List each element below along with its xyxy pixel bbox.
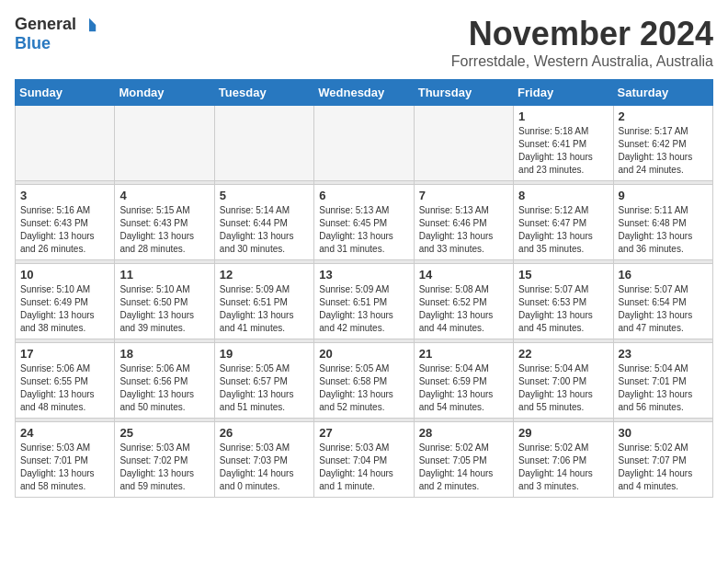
day-number: 13 [319,268,408,282]
day-info: Sunrise: 5:03 AM Sunset: 7:02 PM Dayligh… [119,442,209,493]
calendar-cell: 7Sunrise: 5:13 AM Sunset: 6:46 PM Daylig… [414,185,513,260]
day-number: 2 [619,109,708,123]
day-info: Sunrise: 5:03 AM Sunset: 7:03 PM Dayligh… [220,442,309,493]
calendar-dow-thursday: Thursday [414,80,513,106]
calendar-cell: 24Sunrise: 5:03 AM Sunset: 7:01 PM Dayli… [16,422,115,498]
calendar-dow-tuesday: Tuesday [214,80,313,106]
calendar-dow-monday: Monday [115,80,214,106]
logo-text: General [15,15,97,34]
calendar-dow-sunday: Sunday [16,80,115,106]
logo-blue: Blue [15,34,51,52]
day-info: Sunrise: 5:09 AM Sunset: 6:51 PM Dayligh… [319,283,408,335]
calendar-cell [414,106,513,181]
day-number: 22 [518,347,608,361]
calendar-cell: 11Sunrise: 5:10 AM Sunset: 6:50 PM Dayli… [115,264,214,339]
day-info: Sunrise: 5:10 AM Sunset: 6:49 PM Dayligh… [20,283,109,335]
day-info: Sunrise: 5:11 AM Sunset: 6:48 PM Dayligh… [619,204,708,256]
day-number: 3 [20,189,109,202]
day-number: 25 [119,426,209,440]
day-number: 7 [419,189,508,202]
day-info: Sunrise: 5:04 AM Sunset: 7:01 PM Dayligh… [619,362,708,414]
day-number: 15 [518,268,608,282]
day-number: 20 [319,347,408,361]
location: Forrestdale, Western Australia, Australi… [451,53,713,70]
day-info: Sunrise: 5:13 AM Sunset: 6:45 PM Dayligh… [319,204,408,256]
day-info: Sunrise: 5:17 AM Sunset: 6:42 PM Dayligh… [619,125,708,177]
day-number: 24 [20,426,109,440]
day-info: Sunrise: 5:02 AM Sunset: 7:07 PM Dayligh… [619,442,708,493]
day-info: Sunrise: 5:15 AM Sunset: 6:43 PM Dayligh… [119,204,209,256]
calendar-cell: 27Sunrise: 5:03 AM Sunset: 7:04 PM Dayli… [314,422,414,498]
day-info: Sunrise: 5:05 AM Sunset: 6:57 PM Dayligh… [220,362,309,414]
calendar-week-row: 10Sunrise: 5:10 AM Sunset: 6:49 PM Dayli… [16,264,713,339]
calendar-dow-wednesday: Wednesday [314,80,414,106]
day-number: 10 [20,268,109,282]
day-info: Sunrise: 5:14 AM Sunset: 6:44 PM Dayligh… [220,204,309,256]
calendar-cell: 16Sunrise: 5:07 AM Sunset: 6:54 PM Dayli… [613,264,712,339]
day-number: 26 [220,426,309,440]
calendar-cell: 14Sunrise: 5:08 AM Sunset: 6:52 PM Dayli… [414,264,513,339]
calendar-cell: 12Sunrise: 5:09 AM Sunset: 6:51 PM Dayli… [214,264,313,339]
calendar-week-row: 24Sunrise: 5:03 AM Sunset: 7:01 PM Dayli… [16,422,713,498]
calendar-cell: 1Sunrise: 5:18 AM Sunset: 6:41 PM Daylig… [514,106,613,181]
calendar-cell: 30Sunrise: 5:02 AM Sunset: 7:07 PM Dayli… [613,422,712,498]
calendar-cell [214,106,313,181]
day-number: 18 [119,347,209,361]
calendar-cell: 28Sunrise: 5:02 AM Sunset: 7:05 PM Dayli… [414,422,513,498]
svg-marker-1 [89,25,96,31]
page-header: General Blue November 2024 Forrestdale, … [15,15,713,70]
day-number: 5 [220,189,309,202]
day-info: Sunrise: 5:02 AM Sunset: 7:05 PM Dayligh… [419,442,508,493]
calendar-cell: 17Sunrise: 5:06 AM Sunset: 6:55 PM Dayli… [16,343,115,419]
day-number: 16 [619,268,708,282]
day-number: 19 [220,347,309,361]
day-number: 12 [220,268,309,282]
day-info: Sunrise: 5:06 AM Sunset: 6:56 PM Dayligh… [119,362,209,414]
calendar-dow-saturday: Saturday [613,80,712,106]
day-info: Sunrise: 5:18 AM Sunset: 6:41 PM Dayligh… [518,125,608,177]
day-info: Sunrise: 5:03 AM Sunset: 7:04 PM Dayligh… [319,442,408,493]
logo: General Blue [15,15,97,53]
day-number: 8 [518,189,608,202]
calendar-cell: 4Sunrise: 5:15 AM Sunset: 6:43 PM Daylig… [115,185,214,260]
day-number: 14 [419,268,508,282]
calendar-week-row: 3Sunrise: 5:16 AM Sunset: 6:43 PM Daylig… [16,185,713,260]
day-number: 28 [419,426,508,440]
day-number: 29 [518,426,608,440]
day-info: Sunrise: 5:04 AM Sunset: 7:00 PM Dayligh… [518,362,608,414]
day-info: Sunrise: 5:06 AM Sunset: 6:55 PM Dayligh… [20,362,109,414]
day-info: Sunrise: 5:16 AM Sunset: 6:43 PM Dayligh… [20,204,109,256]
calendar-cell: 22Sunrise: 5:04 AM Sunset: 7:00 PM Dayli… [514,343,613,419]
day-number: 1 [518,109,608,123]
calendar-cell: 3Sunrise: 5:16 AM Sunset: 6:43 PM Daylig… [16,185,115,260]
svg-marker-0 [89,18,96,25]
day-number: 23 [619,347,708,361]
calendar-cell [314,106,414,181]
day-number: 4 [119,189,209,202]
calendar-table: SundayMondayTuesdayWednesdayThursdayFrid… [15,79,713,498]
calendar-cell: 23Sunrise: 5:04 AM Sunset: 7:01 PM Dayli… [613,343,712,419]
calendar-header-row: SundayMondayTuesdayWednesdayThursdayFrid… [16,80,713,106]
calendar-cell: 15Sunrise: 5:07 AM Sunset: 6:53 PM Dayli… [514,264,613,339]
calendar-cell [115,106,214,181]
day-info: Sunrise: 5:04 AM Sunset: 6:59 PM Dayligh… [419,362,508,414]
day-info: Sunrise: 5:03 AM Sunset: 7:01 PM Dayligh… [20,442,109,493]
calendar-cell: 10Sunrise: 5:10 AM Sunset: 6:49 PM Dayli… [16,264,115,339]
day-number: 9 [619,189,708,202]
calendar-cell: 21Sunrise: 5:04 AM Sunset: 6:59 PM Dayli… [414,343,513,419]
day-info: Sunrise: 5:02 AM Sunset: 7:06 PM Dayligh… [518,442,608,493]
day-info: Sunrise: 5:12 AM Sunset: 6:47 PM Dayligh… [518,204,608,256]
calendar-cell: 6Sunrise: 5:13 AM Sunset: 6:45 PM Daylig… [314,185,414,260]
month-title: November 2024 [451,15,713,53]
day-info: Sunrise: 5:05 AM Sunset: 6:58 PM Dayligh… [319,362,408,414]
title-block: November 2024 Forrestdale, Western Austr… [451,15,713,70]
calendar-cell [16,106,115,181]
calendar-cell: 13Sunrise: 5:09 AM Sunset: 6:51 PM Dayli… [314,264,414,339]
day-number: 17 [20,347,109,361]
calendar-week-row: 17Sunrise: 5:06 AM Sunset: 6:55 PM Dayli… [16,343,713,419]
day-number: 30 [619,426,708,440]
calendar-cell: 20Sunrise: 5:05 AM Sunset: 6:58 PM Dayli… [314,343,414,419]
calendar-week-row: 1Sunrise: 5:18 AM Sunset: 6:41 PM Daylig… [16,106,713,181]
day-number: 11 [119,268,209,282]
day-info: Sunrise: 5:07 AM Sunset: 6:53 PM Dayligh… [518,283,608,335]
